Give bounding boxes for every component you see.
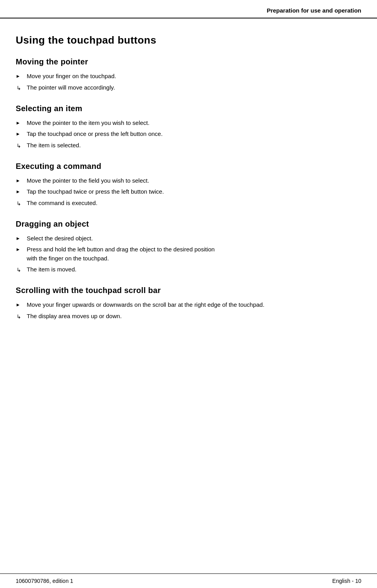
section-title-executing-command: Executing a command <box>16 162 361 171</box>
list-item: ►Select the desired object. <box>16 234 361 243</box>
action-bullet-icon: ► <box>16 130 27 137</box>
action-bullet-icon: ► <box>16 187 27 195</box>
instruction-text: Tap the touchpad twice or press the left… <box>27 187 361 196</box>
action-bullet-icon: ► <box>16 119 27 126</box>
action-bullet-icon: ► <box>16 245 27 253</box>
result-bullet-icon: ↳ <box>16 312 27 321</box>
instruction-text: Move the pointer to the field you wish t… <box>27 176 361 185</box>
page-footer: 10600790786, edition 1 English - 10 <box>0 573 377 588</box>
section-moving-pointer: Moving the pointer►Move your finger on t… <box>16 57 361 92</box>
action-bullet-icon: ► <box>16 234 27 242</box>
list-item: ►Move the pointer to the item you wish t… <box>16 119 361 128</box>
instruction-text: The display area moves up or down. <box>27 312 361 321</box>
instruction-text: Tap the touchpad once or press the left … <box>27 130 361 139</box>
instruction-text: The pointer will move accordingly. <box>27 83 361 92</box>
list-item: ↳The pointer will move accordingly. <box>16 83 361 92</box>
list-item: ►Move your finger upwards or downwards o… <box>16 300 361 310</box>
action-bullet-icon: ► <box>16 72 27 80</box>
instruction-text: Press and hold the left button and drag … <box>27 245 361 263</box>
list-item: ↳The command is executed. <box>16 199 361 208</box>
header-title: Preparation for use and operation <box>267 7 361 14</box>
section-dragging-object: Dragging an object►Select the desired ob… <box>16 220 361 275</box>
instruction-text: Move your finger upwards or downwards on… <box>27 300 361 310</box>
list-item: ►Press and hold the left button and drag… <box>16 245 361 263</box>
instruction-text: Select the desired object. <box>27 234 361 243</box>
instruction-text: The item is selected. <box>27 141 361 150</box>
action-bullet-icon: ► <box>16 176 27 184</box>
list-item: ►Tap the touchpad twice or press the lef… <box>16 187 361 196</box>
list-item: ►Move your finger on the touchpad. <box>16 72 361 81</box>
list-item: ↳The display area moves up or down. <box>16 312 361 321</box>
sections-container: Moving the pointer►Move your finger on t… <box>16 57 361 321</box>
footer-left: 10600790786, edition 1 <box>16 578 73 584</box>
section-selecting-item: Selecting an item►Move the pointer to th… <box>16 104 361 150</box>
footer-right: English - 10 <box>332 578 361 584</box>
instruction-text: Move your finger on the touchpad. <box>27 72 361 81</box>
list-item: ↳The item is selected. <box>16 141 361 150</box>
list-item: ►Move the pointer to the field you wish … <box>16 176 361 185</box>
page-content: Using the touchpad buttons Moving the po… <box>0 18 377 364</box>
section-title-moving-pointer: Moving the pointer <box>16 57 361 66</box>
instruction-text: The command is executed. <box>27 199 361 208</box>
instruction-text: Move the pointer to the item you wish to… <box>27 119 361 128</box>
action-bullet-icon: ► <box>16 300 27 308</box>
section-title-scrolling: Scrolling with the touchpad scroll bar <box>16 286 361 295</box>
list-item: ↳The item is moved. <box>16 265 361 274</box>
result-bullet-icon: ↳ <box>16 83 27 92</box>
result-bullet-icon: ↳ <box>16 141 27 150</box>
section-scrolling: Scrolling with the touchpad scroll bar►M… <box>16 286 361 321</box>
section-title-dragging-object: Dragging an object <box>16 220 361 229</box>
section-title-selecting-item: Selecting an item <box>16 104 361 113</box>
main-title: Using the touchpad buttons <box>16 34 361 46</box>
page-header: Preparation for use and operation <box>0 0 377 18</box>
section-executing-command: Executing a command►Move the pointer to … <box>16 162 361 208</box>
instruction-text: The item is moved. <box>27 265 361 274</box>
result-bullet-icon: ↳ <box>16 199 27 208</box>
result-bullet-icon: ↳ <box>16 265 27 274</box>
list-item: ►Tap the touchpad once or press the left… <box>16 130 361 139</box>
